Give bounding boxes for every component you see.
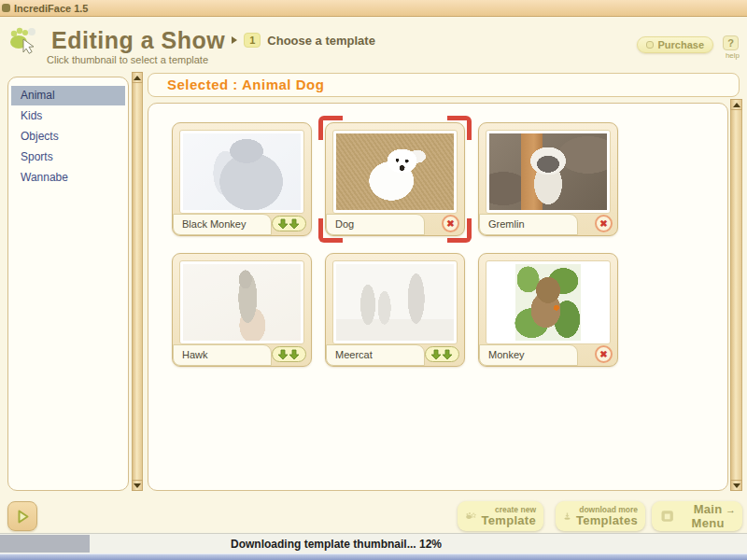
double-down-arrow-icon <box>430 349 455 360</box>
grid-scrollbar[interactable] <box>730 99 742 491</box>
meercat-thumbnail[interactable] <box>336 264 454 341</box>
download-more-templates-button[interactable]: download more Templates <box>556 501 645 531</box>
template-name: Dog <box>326 214 425 235</box>
template-card-dog[interactable]: Dog ✖ <box>325 122 465 236</box>
purchase-button[interactable]: Purchase <box>637 36 713 53</box>
template-card-gremlin[interactable]: Gremlin ✖ <box>478 122 618 236</box>
app-window: IncrediFace 1.5 Editing a Show 1 Choose … <box>0 0 747 560</box>
bottom-edge <box>0 553 747 560</box>
arrow-up-icon <box>134 76 141 80</box>
scroll-down-button[interactable] <box>132 480 143 491</box>
template-name: Hawk <box>173 344 272 366</box>
thumbnail-frame <box>179 130 304 214</box>
play-icon <box>15 509 31 525</box>
play-preview-button[interactable] <box>7 501 37 531</box>
scrollbar-track[interactable] <box>132 83 143 480</box>
purchase-icon <box>646 41 654 49</box>
download-template-button[interactable] <box>272 346 306 362</box>
step-number-badge: 1 <box>244 33 261 48</box>
sidebar-item-objects[interactable]: Objects <box>11 127 125 147</box>
black-monkey-thumbnail[interactable] <box>183 133 301 210</box>
template-name: Gremlin <box>479 214 578 235</box>
scrollbar-track[interactable] <box>730 110 742 480</box>
sidebar-item-animal[interactable]: Animal <box>11 86 125 105</box>
app-icon <box>2 4 10 12</box>
create-new-template-button[interactable]: create new Template <box>458 501 543 531</box>
template-card-meercat[interactable]: Meercat <box>325 253 465 367</box>
category-list: Animal Kids Objects Sports Wannabe <box>7 77 129 491</box>
thumbnail-frame <box>332 260 458 344</box>
arrow-up-icon <box>733 103 740 107</box>
sidebar-item-kids[interactable]: Kids <box>11 106 125 126</box>
scroll-up-button[interactable] <box>132 72 143 83</box>
sidebar-item-wannabe[interactable]: Wannabe <box>11 168 125 188</box>
thumbnail-frame <box>179 260 304 344</box>
remove-template-button[interactable]: ✖ <box>442 215 459 232</box>
menu-window-icon <box>659 507 676 525</box>
template-name: Meercat <box>326 344 425 366</box>
arrow-right-icon: → <box>726 504 736 515</box>
breadcrumb-arrow-icon <box>232 36 237 44</box>
arrow-down-icon <box>733 483 740 488</box>
remove-template-button[interactable]: ✖ <box>595 345 613 363</box>
double-down-arrow-icon <box>277 218 302 230</box>
thumbnail-frame <box>486 260 611 344</box>
statusbar: Downloading template thumbnail... 12% <box>0 533 747 553</box>
header: Editing a Show 1 Choose a template <box>6 25 375 55</box>
template-card-monkey[interactable]: Monkey ✖ <box>478 253 618 367</box>
download-template-button[interactable] <box>425 346 459 362</box>
thumbnail-frame <box>332 130 458 214</box>
monkey-thumbnail[interactable] <box>489 264 607 341</box>
help-label: help <box>726 51 740 60</box>
download-icon <box>563 505 571 527</box>
selected-template-heading: Selected : Animal Dog <box>148 73 740 97</box>
main-menu-button[interactable]: Main Menu → <box>652 501 742 531</box>
template-name: Black Monkey <box>173 214 272 235</box>
arrow-down-icon <box>134 483 141 488</box>
template-name: Monkey <box>479 344 578 366</box>
hawk-thumbnail[interactable] <box>183 264 301 341</box>
download-template-button[interactable] <box>272 216 306 231</box>
gremlin-thumbnail[interactable] <box>489 133 607 210</box>
template-card-black-monkey[interactable]: Black Monkey <box>172 122 312 236</box>
button-label-big: Template <box>481 514 536 527</box>
button-label-big: Templates <box>576 514 638 527</box>
status-text: Downloading template thumbnail... 12% <box>0 534 672 554</box>
template-card-hawk[interactable]: Hawk <box>172 253 312 367</box>
header-subtitle: Click thumbnail to select a template <box>47 54 208 65</box>
remove-template-button[interactable]: ✖ <box>595 215 613 232</box>
double-down-arrow-icon <box>277 349 302 360</box>
step-label: Choose a template <box>267 34 375 48</box>
paw-star-icon <box>465 506 476 526</box>
purchase-label: Purchase <box>657 39 704 50</box>
titlebar[interactable]: IncrediFace 1.5 <box>0 0 747 17</box>
template-grid: Black Monkey Dog ✖ <box>148 103 728 491</box>
editing-paw-cursor-icon <box>6 25 45 55</box>
page-title: Editing a Show <box>51 27 225 54</box>
scroll-up-button[interactable] <box>730 99 742 110</box>
window-title: IncrediFace 1.5 <box>14 3 89 14</box>
thumbnail-frame <box>486 130 611 214</box>
help-button[interactable]: ? <box>723 35 739 50</box>
scroll-down-button[interactable] <box>730 480 742 491</box>
sidebar-scrollbar[interactable] <box>132 72 143 491</box>
sidebar-item-sports[interactable]: Sports <box>11 147 125 167</box>
dog-thumbnail[interactable] <box>336 133 454 210</box>
